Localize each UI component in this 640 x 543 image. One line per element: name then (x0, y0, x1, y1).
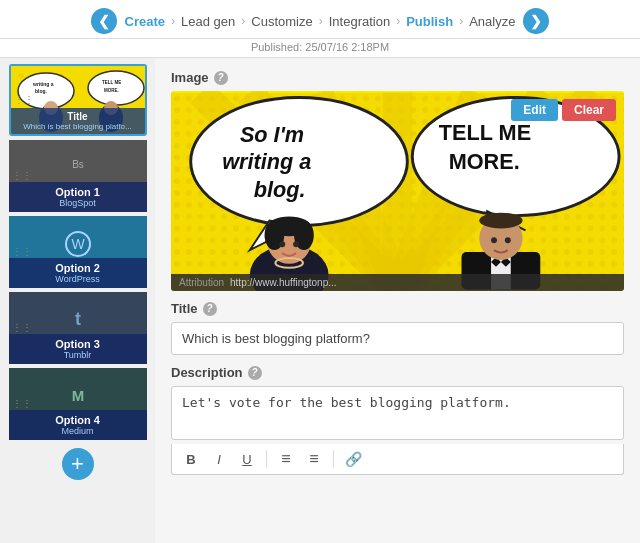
drag-handle-2[interactable]: ⋮⋮ (12, 247, 32, 257)
nav-prev-button[interactable]: ❮ (91, 8, 117, 34)
slide-3-title: Option 3 (13, 338, 143, 350)
slide-item-3[interactable]: t ⋮⋮ Option 3 Tumblr (9, 292, 147, 364)
slide-item-1[interactable]: Bs ⋮⋮ Option 1 BlogSpot (9, 140, 147, 212)
svg-text:t: t (75, 309, 81, 329)
svg-text:blog.: blog. (254, 177, 306, 202)
nav-sep-5: › (459, 14, 463, 28)
title-section: Title ? (171, 301, 624, 355)
clear-image-button[interactable]: Clear (562, 99, 616, 121)
bold-button[interactable]: B (180, 448, 202, 470)
edit-image-button[interactable]: Edit (511, 99, 558, 121)
svg-point-56 (479, 213, 522, 229)
description-label: Description ? (171, 365, 624, 380)
image-section: Image ? (171, 70, 624, 291)
slide-3-subtitle: Tumblr (13, 350, 143, 360)
slide-0-title: Title (15, 111, 141, 122)
nav-step-analyze[interactable]: Analyze (467, 14, 517, 29)
svg-point-48 (279, 241, 285, 247)
slide-4-subtitle: Medium (13, 426, 143, 436)
attribution-bar: Attribution http://www.huffingtonp... (171, 274, 624, 291)
svg-text:W: W (71, 236, 85, 252)
toolbar-separator-1 (266, 450, 267, 468)
svg-text:MORE.: MORE. (449, 149, 520, 174)
image-buttons: Edit Clear (511, 99, 616, 121)
nav-sep-3: › (319, 14, 323, 28)
svg-text:blog.: blog. (35, 88, 48, 94)
unordered-list-button[interactable]: ≡ (303, 448, 325, 470)
image-help-icon[interactable]: ? (214, 71, 228, 85)
title-help-icon[interactable]: ? (203, 302, 217, 316)
sidebar: writing a blog. TELL ME MORE. ⋮⋮ Title W… (0, 58, 155, 543)
ordered-list-button[interactable]: ≡ (275, 448, 297, 470)
svg-point-1 (18, 73, 24, 79)
underline-button[interactable]: U (236, 448, 258, 470)
slide-1-title: Option 1 (13, 186, 143, 198)
svg-text:writing a: writing a (32, 81, 54, 87)
drag-handle-0[interactable]: ⋮⋮ (14, 95, 34, 105)
description-input[interactable]: Let's vote for the best blogging platfor… (171, 386, 624, 440)
title-label: Title ? (171, 301, 624, 316)
svg-text:writing a: writing a (222, 149, 311, 174)
right-arrow-icon: ❯ (530, 13, 542, 29)
nav-step-publish[interactable]: Publish (404, 14, 455, 29)
italic-button[interactable]: I (208, 448, 230, 470)
published-date: Published: 25/07/16 2:18PM (0, 39, 640, 58)
drag-handle-4[interactable]: ⋮⋮ (12, 399, 32, 409)
slide-2-subtitle: WordPress (13, 274, 143, 284)
toolbar-separator-2 (333, 450, 334, 468)
content-area: Image ? (155, 58, 640, 543)
slide-item-2[interactable]: W ⋮⋮ Option 2 WordPress (9, 216, 147, 288)
svg-text:MORE.: MORE. (104, 88, 119, 93)
top-navigation: ❮ Create › Lead gen › Customize › Integr… (0, 0, 640, 39)
nav-step-create[interactable]: Create (123, 14, 167, 29)
svg-point-57 (491, 237, 497, 243)
nav-step-leadgen[interactable]: Lead gen (179, 14, 237, 29)
main-content: writing a blog. TELL ME MORE. ⋮⋮ Title W… (0, 58, 640, 543)
svg-text:So I'm: So I'm (240, 122, 304, 147)
option-overlay-4: Option 4 Medium (9, 410, 147, 440)
svg-point-58 (505, 237, 511, 243)
nav-sep-2: › (241, 14, 245, 28)
slide-item-4[interactable]: M ⋮⋮ Option 4 Medium (9, 368, 147, 440)
description-toolbar: B I U ≡ ≡ 🔗 (171, 444, 624, 475)
nav-step-integration[interactable]: Integration (327, 14, 392, 29)
slide-4-title: Option 4 (13, 414, 143, 426)
option-overlay-1: Option 1 BlogSpot (9, 182, 147, 212)
link-button[interactable]: 🔗 (342, 448, 364, 470)
left-arrow-icon: ❮ (98, 13, 110, 29)
option-overlay-2: Option 2 WordPress (9, 258, 147, 288)
image-container: So I'm writing a blog. TELL ME MORE. (171, 91, 624, 291)
attribution-label: Attribution (179, 277, 224, 288)
description-section: Description ? Let's vote for the best bl… (171, 365, 624, 475)
comic-image-svg: So I'm writing a blog. TELL ME MORE. (171, 91, 624, 291)
slide-0-subtitle: Which is best blogging platfo... (15, 122, 141, 131)
svg-text:Bs: Bs (72, 159, 84, 170)
drag-handle-1[interactable]: ⋮⋮ (12, 171, 32, 181)
drag-handle-3[interactable]: ⋮⋮ (12, 323, 32, 333)
slide-1-subtitle: BlogSpot (13, 198, 143, 208)
svg-text:TELL ME: TELL ME (439, 120, 531, 145)
thumb-overlay-0: Title Which is best blogging platfo... (11, 108, 145, 134)
option-overlay-3: Option 3 Tumblr (9, 334, 147, 364)
slide-2-title: Option 2 (13, 262, 143, 274)
add-slide-button[interactable]: + (62, 448, 94, 480)
nav-step-customize[interactable]: Customize (249, 14, 314, 29)
attribution-url: http://www.huffingtonp... (230, 277, 337, 288)
description-help-icon[interactable]: ? (248, 366, 262, 380)
nav-sep-4: › (396, 14, 400, 28)
slide-item-0[interactable]: writing a blog. TELL ME MORE. ⋮⋮ Title W… (9, 64, 147, 136)
nav-steps: Create › Lead gen › Customize › Integrat… (123, 14, 518, 29)
svg-point-49 (293, 241, 299, 247)
nav-next-button[interactable]: ❯ (523, 8, 549, 34)
title-input[interactable] (171, 322, 624, 355)
image-label: Image ? (171, 70, 624, 85)
svg-text:M: M (71, 387, 84, 404)
svg-text:TELL ME: TELL ME (102, 80, 121, 85)
nav-sep-1: › (171, 14, 175, 28)
